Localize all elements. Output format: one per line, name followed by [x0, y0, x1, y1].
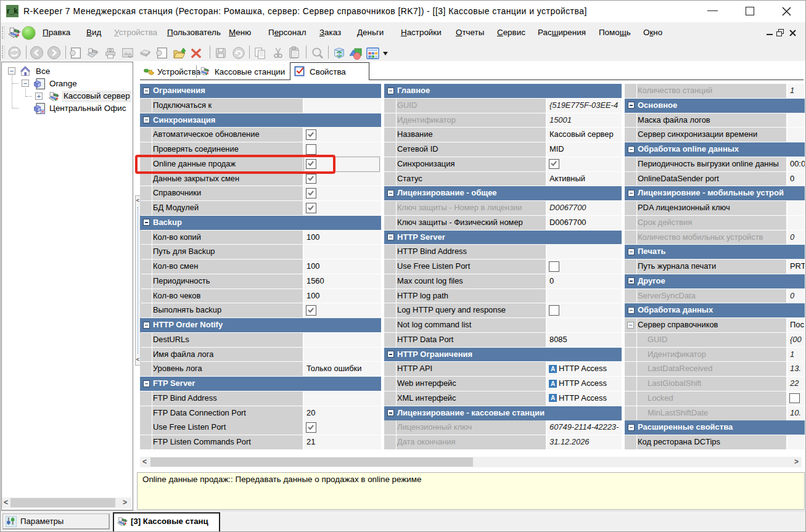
svg-text:A: A — [551, 366, 555, 372]
svg-text:A: A — [551, 380, 555, 387]
svg-text:A: A — [551, 395, 555, 401]
